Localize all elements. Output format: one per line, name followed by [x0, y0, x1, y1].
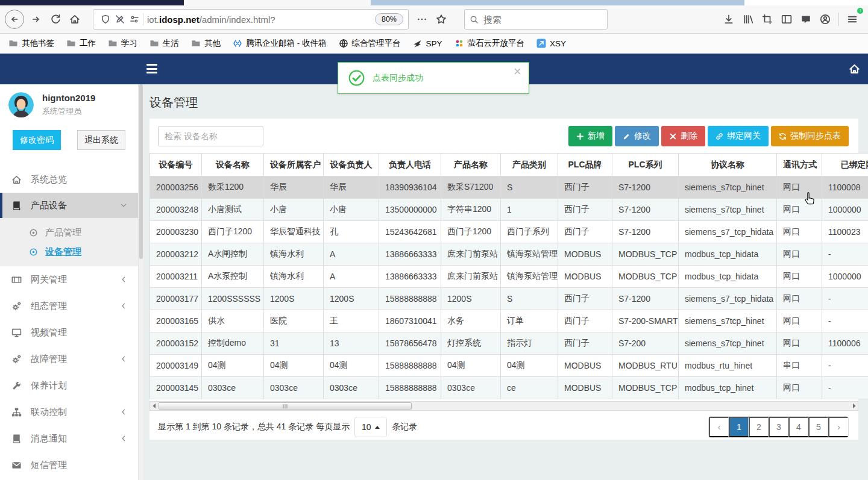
shield-icon[interactable]	[98, 12, 113, 26]
sidebar-scrollbar[interactable]	[139, 84, 143, 480]
sidebar-item-3[interactable]: 组态管理	[0, 293, 138, 319]
column-header[interactable]: 协议名称	[679, 154, 777, 176]
sidebar-item-0[interactable]: 系统总览	[0, 166, 138, 193]
page-button-5[interactable]: 5	[808, 417, 828, 437]
table-cell: 控制demo	[202, 332, 264, 355]
column-header[interactable]: 已绑定网关	[822, 154, 868, 176]
page-button-4[interactable]: 4	[788, 417, 808, 437]
column-header[interactable]: 通讯方式	[777, 154, 822, 176]
bookmark-item[interactable]: 腾讯企业邮箱 - 收件箱	[233, 38, 327, 49]
table-row[interactable]: 200003256数采1200华辰华辰18390936104数采S71200S西…	[150, 176, 868, 199]
table-cell: 200003165	[150, 310, 202, 332]
sidebar-item-6[interactable]: 保养计划	[0, 372, 138, 399]
action-button-强制同步点表[interactable]: 强制同步点表	[771, 126, 849, 146]
column-header[interactable]: 设备所属客户	[264, 154, 324, 176]
bookmark-item[interactable]: 工作	[66, 38, 96, 49]
column-header[interactable]: 设备编号	[150, 154, 202, 176]
permissions-icon[interactable]	[127, 12, 142, 26]
scrollbar-thumb[interactable]	[159, 402, 412, 410]
sidebar-toggle-button[interactable]	[146, 64, 157, 73]
library-button[interactable]	[738, 10, 758, 29]
bookmark-item[interactable]: 生活	[149, 38, 179, 49]
browser-window: iot.idosp.net/admin/index.html? 80% ↑ 其他…	[0, 0, 868, 480]
table-row[interactable]: 200003212A水闸控制镇海水利A13886663333庶来门前泵站镇海泵站…	[150, 243, 868, 266]
bookmark-item[interactable]: 其他	[191, 38, 221, 49]
page-button-3[interactable]: 3	[769, 417, 788, 437]
bookmark-item[interactable]: 萤石云开放平台	[454, 38, 525, 49]
scroll-right-arrow[interactable]	[850, 402, 858, 410]
page-button-2[interactable]: 2	[749, 417, 769, 437]
bookmark-item[interactable]: SPY	[413, 39, 442, 48]
download-button[interactable]	[719, 10, 738, 29]
table-row[interactable]: 2000031771200SSSSSS1200S1200S15888888888…	[150, 288, 868, 310]
browser-tab-strip[interactable]	[371, 0, 744, 5]
pencil-icon	[623, 132, 631, 140]
table-cell: 200003230	[150, 221, 202, 243]
page-actions-button[interactable]	[412, 10, 432, 29]
action-button-删除[interactable]: 删除	[661, 126, 705, 146]
column-header[interactable]: 产品类别	[501, 154, 558, 176]
sidebar-item-2[interactable]: 网关管理	[0, 266, 138, 293]
horizontal-scrollbar[interactable]	[149, 401, 858, 411]
page-next-button[interactable]: ›	[828, 417, 848, 437]
bookmark-item[interactable]: 学习	[108, 38, 137, 49]
bookmark-item[interactable]: 其他书签	[8, 38, 54, 49]
toast-close-button[interactable]	[514, 66, 523, 75]
table-row[interactable]: 200003165供水医院王18607310041水务订单西门子S7-200-S…	[150, 310, 868, 332]
pencil-off-icon[interactable]	[113, 12, 127, 26]
browser-search-box[interactable]	[464, 9, 608, 30]
crop-button[interactable]	[758, 10, 777, 29]
zoom-level-badge[interactable]: 80%	[375, 13, 403, 25]
app-home-button[interactable]	[849, 63, 861, 75]
scroll-left-arrow[interactable]	[150, 402, 158, 410]
table-row[interactable]: 20000314904测04测04测1588888888804测04测MODBU…	[150, 355, 868, 377]
forward-button[interactable]	[27, 10, 46, 29]
sidebar-item-8[interactable]: 消息通知	[0, 425, 138, 452]
sidebar-item-7[interactable]: 联动控制	[0, 399, 138, 425]
device-search-input[interactable]	[158, 126, 263, 146]
reload-button[interactable]	[46, 10, 65, 29]
change-password-button[interactable]: 修改密码	[13, 130, 61, 150]
bookmark-star-button[interactable]	[432, 10, 451, 29]
chev-left-icon	[120, 408, 127, 416]
back-button[interactable]	[5, 10, 24, 29]
column-header[interactable]: 设备名称	[202, 154, 264, 176]
browser-search-input[interactable]	[483, 14, 586, 25]
column-header[interactable]: 设备负责人	[324, 154, 379, 176]
column-header[interactable]: 负责人电话	[379, 154, 441, 176]
x-icon	[669, 132, 677, 140]
column-header[interactable]: PLC品牌	[558, 154, 612, 176]
action-button-绑定网关[interactable]: 绑定网关	[708, 126, 769, 146]
sidebar-button[interactable]	[777, 10, 796, 29]
chat-button[interactable]	[796, 10, 816, 29]
home-button[interactable]	[65, 10, 84, 29]
logout-button[interactable]: 退出系统	[77, 130, 125, 150]
column-header[interactable]: PLC系列	[612, 154, 679, 176]
url-bar[interactable]: iot.idosp.net/admin/index.html? 80%	[93, 9, 409, 30]
sidebar-item-1[interactable]: 产品设备	[0, 193, 138, 218]
sidebar-item-label: 系统总览	[31, 174, 67, 185]
page-size-dropdown[interactable]: 10	[354, 417, 387, 437]
submenu-item[interactable]: 设备管理	[0, 242, 138, 261]
table-row[interactable]: 200003211A水泵控制镇海水利A13886663333庶来门前泵站镇海泵站…	[150, 266, 868, 288]
page-prev-button[interactable]: ‹	[709, 417, 729, 437]
bookmark-item[interactable]: XSY	[536, 39, 566, 48]
table-cell: 数采1200	[202, 176, 264, 199]
submenu-item[interactable]: 产品管理	[0, 223, 138, 242]
action-button-修改[interactable]: 修改	[615, 126, 659, 146]
column-header[interactable]: 产品名称	[441, 154, 501, 176]
table-row[interactable]: 200003230西门子1200华辰智通科技孔15243642681西门子120…	[150, 221, 868, 243]
browser-menu-button[interactable]: ↑	[843, 10, 862, 29]
page-button-1[interactable]: 1	[729, 417, 749, 437]
table-row[interactable]: 200003248小唐测试小唐小唐13500000000字符串12001西门子S…	[150, 199, 868, 221]
table-row[interactable]: 200003152控制demo311315878656478灯控系统指示灯西门子…	[150, 332, 868, 355]
table-row[interactable]: 2000031450303ce0303ce0303ce1588888888803…	[150, 377, 868, 399]
circle-dot-icon	[29, 228, 38, 237]
action-button-新增[interactable]: 新增	[568, 126, 612, 146]
bookmark-item[interactable]: 综合管理平台	[339, 38, 401, 49]
sidebar-item-5[interactable]: 故障管理	[0, 346, 138, 372]
sidebar-item-4[interactable]: 视频管理	[0, 319, 138, 346]
table-cell: 小唐	[324, 199, 379, 221]
sidebar-item-9[interactable]: 短信管理	[0, 452, 138, 478]
account-button[interactable]	[816, 10, 835, 29]
